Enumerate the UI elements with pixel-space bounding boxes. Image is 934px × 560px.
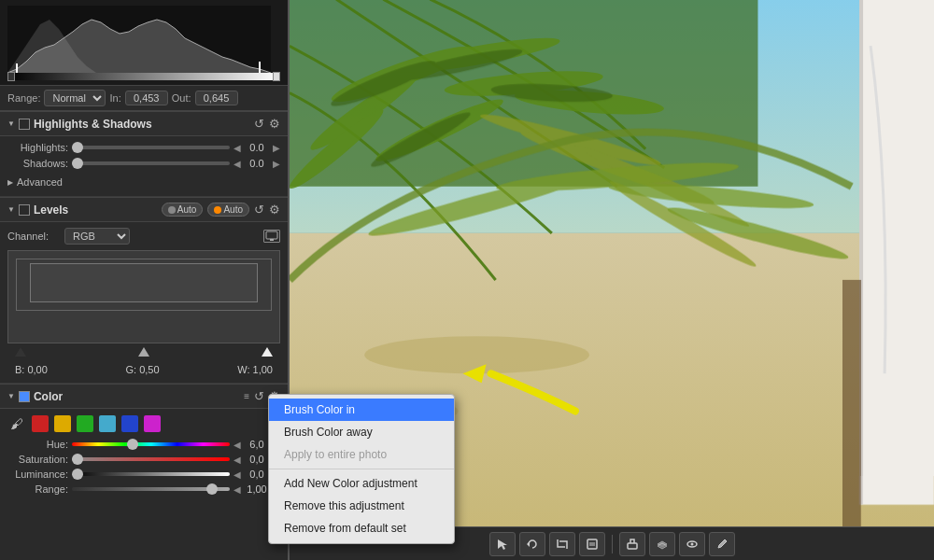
shadows-decr[interactable]: ◀	[234, 159, 241, 169]
left-panel: Range: Normal In: 0,453 Out: 0,645 ▼ Hig…	[0, 0, 290, 560]
shadows-track[interactable]	[72, 161, 230, 165]
levels-icons: Auto Auto ↺ ⚙	[162, 203, 280, 217]
color-range-track[interactable]	[72, 487, 230, 491]
highlights-row: Highlights: ◀ 0.0 ▶	[7, 142, 280, 153]
highlights-val-box: ◀ 0.0 ▶	[234, 142, 280, 153]
ctx-add-new-color[interactable]: Add New Color adjustment	[269, 472, 454, 495]
highlights-track[interactable]	[72, 146, 230, 149]
hue-thumb[interactable]	[127, 439, 138, 450]
toolbar-brush-btn[interactable]	[709, 532, 735, 556]
color-reset-icon[interactable]: ↺	[254, 389, 264, 403]
swatch-magenta[interactable]	[144, 415, 161, 432]
levels-auto2-label: Auto	[223, 204, 243, 215]
levels-w-val: W: 1,00	[237, 364, 273, 375]
auto2-circle	[214, 206, 221, 214]
toolbar-layers-btn[interactable]	[649, 532, 675, 556]
shadows-thumb[interactable]	[72, 158, 83, 169]
levels-auto2-btn[interactable]: Auto	[207, 203, 249, 217]
color-range-thumb[interactable]	[206, 483, 218, 495]
swatch-yellow[interactable]	[54, 415, 71, 432]
channel-select[interactable]: RGB	[64, 228, 130, 245]
advanced-row[interactable]: ▶ Advanced	[7, 174, 280, 190]
levels-header[interactable]: ▼ Levels Auto Auto ↺ ⚙	[0, 197, 288, 222]
hue-track[interactable]	[72, 442, 230, 446]
gradient-right-thumb[interactable]	[273, 72, 280, 81]
highlights-label: Highlights:	[7, 142, 68, 153]
advanced-triangle: ▶	[7, 178, 13, 187]
levels-checkbox[interactable]	[19, 204, 30, 216]
ctx-brush-color-in[interactable]: Brush Color in	[269, 399, 454, 421]
levels-content: Channel: RGB B: 0	[0, 222, 288, 384]
highlights-decr[interactable]: ◀	[234, 143, 241, 153]
svg-point-8	[364, 336, 589, 373]
levels-settings-icon[interactable]: ⚙	[269, 203, 280, 217]
levels-w-thumb[interactable]	[262, 347, 273, 357]
levels-g-thumb[interactable]	[138, 347, 149, 357]
svg-rect-3	[266, 231, 277, 239]
color-list-icon[interactable]: ≡	[244, 391, 249, 401]
color-range-row: Range: ◀ 1,00 ▶	[7, 483, 280, 495]
levels-gradient-box	[7, 250, 280, 343]
color-range-value: 1,00	[243, 483, 271, 495]
toolbar-rotate-btn[interactable]	[519, 532, 545, 556]
saturation-track[interactable]	[72, 457, 230, 461]
swatch-green[interactable]	[77, 415, 93, 432]
levels-reset-icon[interactable]: ↺	[254, 203, 264, 217]
levels-b-thumb[interactable]	[15, 347, 26, 357]
color-range-decr[interactable]: ◀	[234, 484, 241, 495]
range-select[interactable]: Normal	[44, 90, 106, 106]
levels-title: Levels	[34, 203, 158, 217]
ctx-brush-color-away[interactable]: Brush Color away	[269, 421, 454, 443]
svg-rect-31	[842, 280, 861, 526]
toolbar-eye-btn[interactable]	[679, 532, 705, 556]
color-checkbox[interactable]	[19, 391, 30, 402]
gradient-bar[interactable]	[7, 73, 280, 80]
monitor-icon[interactable]	[263, 230, 280, 243]
toolbar-crop-btn[interactable]	[549, 532, 575, 556]
hue-label: Hue:	[7, 439, 68, 450]
shadows-row: Shadows: ◀ 0.0 ▶	[7, 158, 280, 169]
luminance-decr[interactable]: ◀	[234, 469, 241, 480]
saturation-thumb[interactable]	[72, 454, 83, 465]
range-row: Range: Normal In: 0,453 Out: 0,645	[0, 86, 288, 111]
color-header[interactable]: ▼ Color ≡ ↺ ⚙	[0, 384, 288, 409]
ctx-remove-adjustment[interactable]: Remove this adjustment	[269, 495, 454, 517]
swatch-cyan[interactable]	[99, 415, 116, 432]
swatch-red[interactable]	[32, 415, 49, 432]
levels-b-val: B: 0,00	[15, 364, 48, 375]
out-value[interactable]: 0,645	[195, 91, 238, 105]
luminance-track[interactable]	[72, 472, 230, 476]
color-range-label: Range:	[7, 483, 68, 495]
auto1-circle	[168, 206, 176, 214]
ctx-separator1	[269, 469, 454, 469]
svg-point-39	[690, 542, 693, 545]
hue-decr[interactable]: ◀	[234, 440, 241, 450]
hue-value: 6,0	[243, 439, 271, 450]
saturation-decr[interactable]: ◀	[234, 455, 241, 465]
svg-marker-33	[498, 539, 507, 550]
toolbar-stamp-btn[interactable]	[619, 532, 645, 556]
brush-icon[interactable]: 🖌	[7, 414, 26, 433]
gradient-left-thumb[interactable]	[7, 72, 15, 81]
toolbar-select-btn[interactable]	[489, 532, 516, 556]
shadows-val-box: ◀ 0.0 ▶	[234, 158, 280, 169]
svg-marker-34	[527, 541, 530, 547]
svg-rect-36	[589, 542, 595, 546]
highlights-incr[interactable]: ▶	[273, 143, 280, 153]
levels-triangle: ▼	[7, 205, 15, 214]
levels-display	[30, 263, 259, 302]
ctx-remove-default[interactable]: Remove from default set	[269, 517, 454, 539]
hs-reset-icon[interactable]: ↺	[254, 117, 264, 131]
swatch-blue[interactable]	[121, 415, 138, 432]
highlights-value: 0.0	[243, 142, 271, 153]
highlights-shadows-header[interactable]: ▼ Highlights & Shadows ↺ ⚙	[0, 111, 288, 136]
hs-title: Highlights & Shadows	[34, 118, 250, 131]
hs-settings-icon[interactable]: ⚙	[269, 117, 280, 131]
luminance-thumb[interactable]	[72, 469, 83, 480]
highlights-thumb[interactable]	[72, 142, 83, 153]
shadows-incr[interactable]: ▶	[273, 159, 280, 169]
hs-checkbox[interactable]	[19, 119, 30, 130]
toolbar-transform-btn[interactable]	[579, 532, 605, 556]
levels-auto1-btn[interactable]: Auto	[162, 203, 204, 217]
in-value[interactable]: 0,453	[125, 91, 168, 105]
